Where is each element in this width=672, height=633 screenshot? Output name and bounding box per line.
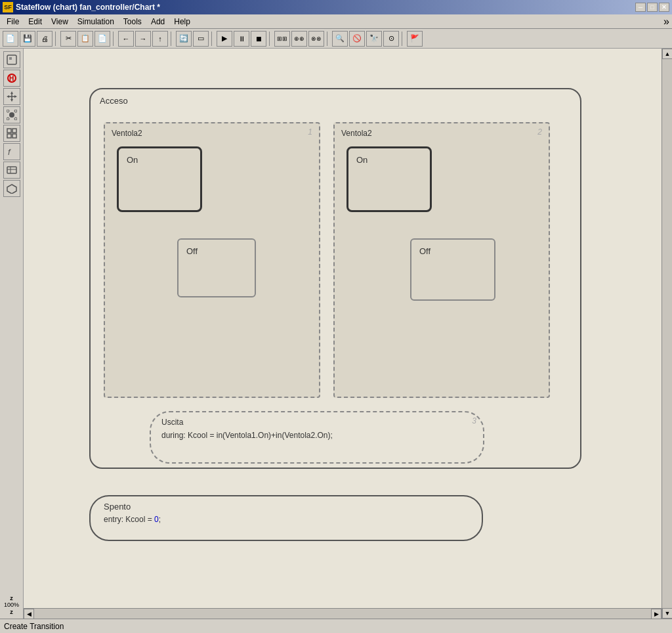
tb-target[interactable]: ⊙ — [383, 31, 399, 47]
svg-point-11 — [7, 110, 9, 112]
svg-rect-15 — [7, 129, 11, 133]
sidebar-btn-move[interactable] — [3, 88, 20, 105]
spento-zero: 0 — [154, 515, 159, 524]
off-label-right: Off — [419, 246, 430, 256]
tb-sep7 — [402, 32, 404, 46]
spento-entry: entry: Kcool = 0; — [104, 515, 161, 524]
tb-stop[interactable]: ▭ — [193, 31, 209, 47]
svg-marker-7 — [10, 99, 13, 102]
tb-breakpoints[interactable]: ⊞⊞ — [274, 31, 290, 47]
status-bar: Create Transition — [0, 619, 672, 633]
tb-new[interactable]: 📄 — [3, 31, 18, 47]
uscita-during: during: Kcool = in(Ventola1.On)+in(Vento… — [161, 431, 333, 440]
tb-save[interactable]: 💾 — [20, 31, 35, 47]
on-state-right[interactable]: On — [346, 146, 432, 212]
title-bar: SF Stateflow (chart) fan_controller/Char… — [0, 0, 672, 14]
svg-point-13 — [7, 118, 9, 120]
spento-label: Spento — [104, 502, 131, 512]
ventola2-left-label: Ventola2 — [112, 129, 142, 138]
sidebar: H f z 100% z — [0, 49, 24, 619]
scroll-track-v[interactable] — [662, 59, 672, 608]
tb-refresh[interactable]: 🔄 — [176, 31, 192, 47]
tb-copy[interactable]: 📋 — [77, 31, 93, 47]
ventola2-right-state[interactable]: Ventola2 2 On Off — [333, 122, 550, 398]
toolbar: 📄 💾 🖨 ✂ 📋 📄 ← → ↑ 🔄 ▭ ▶ ⏸ ⏹ ⊞⊞ ⊕⊕ ⊗⊗ 🔍 🚫… — [0, 29, 672, 49]
menu-add[interactable]: Add — [147, 16, 169, 28]
sidebar-btn-grid[interactable] — [3, 125, 20, 142]
tb-sep3 — [171, 32, 173, 46]
sidebar-btn-node[interactable] — [3, 106, 20, 123]
ventola2-right-label: Ventola2 — [341, 129, 372, 138]
menu-simulation[interactable]: Simulation — [74, 16, 118, 28]
off-state-right[interactable]: Off — [410, 238, 495, 301]
menu-view[interactable]: View — [47, 16, 72, 28]
sidebar-btn-history[interactable]: H — [3, 70, 20, 87]
on-label-right: On — [356, 155, 368, 165]
tb-sep6 — [327, 32, 329, 46]
tb-no-search[interactable]: 🚫 — [349, 31, 365, 47]
tb-play[interactable]: ▶ — [217, 31, 232, 47]
close-button[interactable]: ✕ — [659, 3, 669, 12]
scroll-left-btn[interactable]: ◀ — [24, 609, 34, 619]
tb-sep5 — [269, 32, 272, 46]
app-icon: SF — [3, 2, 13, 12]
tb-pause[interactable]: ⏸ — [234, 31, 249, 47]
tb-forward[interactable]: → — [135, 31, 151, 47]
maximize-button[interactable]: □ — [647, 3, 658, 12]
uscita-state[interactable]: Uscita 3 during: Kcool = in(Ventola1.On)… — [150, 411, 484, 464]
menu-file[interactable]: File — [3, 16, 23, 28]
horizontal-scrollbar[interactable]: ◀ ▶ — [24, 608, 662, 619]
canvas-container[interactable]: Acceso Ventola2 1 On Off Ventol — [24, 49, 672, 619]
scroll-down-btn[interactable]: ▼ — [662, 608, 672, 619]
sidebar-btn-func[interactable]: f — [3, 143, 20, 160]
tb-cut[interactable]: ✂ — [60, 31, 76, 47]
scroll-track-h[interactable] — [34, 609, 651, 619]
window-controls: ─ □ ✕ — [635, 3, 669, 12]
svg-point-14 — [14, 118, 17, 120]
tb-stop2[interactable]: ⏹ — [251, 31, 266, 47]
acceso-label: Acceso — [100, 96, 128, 106]
tb-paste[interactable]: 📄 — [94, 31, 110, 47]
svg-marker-9 — [14, 95, 17, 98]
zoom-level: z 100% z — [4, 595, 19, 616]
on-state-left[interactable]: On — [117, 146, 202, 212]
svg-rect-16 — [12, 129, 16, 133]
tb-sep2 — [113, 32, 116, 46]
tb-up[interactable]: ↑ — [152, 31, 168, 47]
sidebar-btn-3d[interactable] — [3, 180, 20, 197]
minimize-button[interactable]: ─ — [635, 3, 646, 12]
tb-search[interactable]: 🔍 — [332, 31, 348, 47]
tb-sep4 — [211, 32, 214, 46]
uscita-label: Uscita — [161, 418, 183, 427]
on-label-left: On — [127, 155, 138, 165]
svg-rect-20 — [7, 167, 16, 173]
scroll-up-btn[interactable]: ▲ — [662, 49, 672, 59]
svg-rect-18 — [12, 134, 16, 138]
svg-rect-17 — [7, 134, 11, 138]
acceso-state[interactable]: Acceso Ventola2 1 On Off Ventol — [89, 88, 581, 469]
tb-coverage[interactable]: ⊕⊕ — [291, 31, 307, 47]
menu-tools[interactable]: Tools — [119, 16, 146, 28]
tb-print[interactable]: 🖨 — [37, 31, 52, 47]
menu-edit[interactable]: Edit — [24, 16, 46, 28]
window-title: Stateflow (chart) fan_controller/Chart * — [16, 3, 635, 12]
uscita-number: 3 — [472, 416, 476, 426]
scroll-right-btn[interactable]: ▶ — [651, 609, 662, 619]
tb-flag[interactable]: 🚩 — [407, 31, 423, 47]
svg-point-12 — [14, 110, 17, 112]
menu-help[interactable]: Help — [170, 16, 194, 28]
tb-watch[interactable]: ⊗⊗ — [308, 31, 324, 47]
vertical-scrollbar[interactable]: ▲ ▼ — [662, 49, 672, 619]
tb-back[interactable]: ← — [118, 31, 134, 47]
menu-arrow[interactable]: » — [663, 16, 669, 28]
sidebar-btn-select[interactable] — [3, 51, 20, 68]
ventola2-left-state[interactable]: Ventola2 1 On Off — [104, 122, 320, 398]
diagram[interactable]: Acceso Ventola2 1 On Off Ventol — [24, 49, 662, 608]
off-state-left[interactable]: Off — [177, 238, 256, 297]
tb-binoculars[interactable]: 🔭 — [366, 31, 382, 47]
menu-bar: File Edit View Simulation Tools Add Help… — [0, 14, 672, 29]
svg-marker-8 — [7, 95, 9, 98]
spento-state[interactable]: Spento entry: Kcool = 0; — [89, 495, 483, 541]
svg-text:H: H — [9, 75, 14, 82]
sidebar-btn-table[interactable] — [3, 162, 20, 179]
